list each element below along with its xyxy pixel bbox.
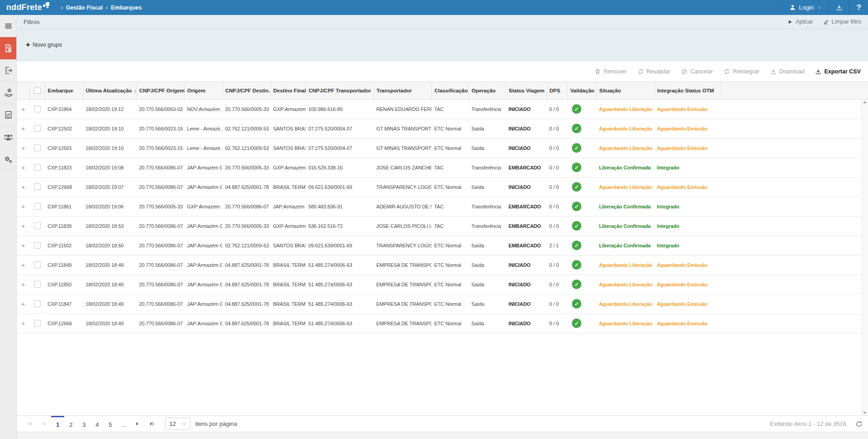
cell-text: JAP:Armazém G... [187, 223, 222, 229]
last-page-button[interactable] [144, 416, 159, 432]
cell-text: 09.621.639/0001-69 [308, 184, 352, 190]
expand-row-button[interactable]: + [21, 183, 25, 191]
revalidar-button[interactable]: Revalidar [638, 68, 671, 75]
column-header-integracao_otm[interactable]: Integração Status OTM [654, 82, 721, 99]
grid-vertical-scrollbar[interactable] [861, 100, 868, 415]
column-header-destino_final[interactable]: Destino Final [270, 82, 306, 99]
expand-row-button[interactable]: + [21, 300, 25, 308]
scroll-up-icon[interactable] [863, 101, 867, 103]
column-header-validacao[interactable]: Validação [567, 82, 596, 99]
page-size-select[interactable]: 12 [165, 418, 191, 430]
select-all-checkbox[interactable] [34, 87, 41, 94]
row-checkbox[interactable] [34, 145, 41, 151]
expand-row-button[interactable]: + [21, 261, 25, 269]
row-checkbox[interactable] [34, 106, 41, 112]
reintegrar-button[interactable]: Reintegrar [724, 68, 759, 75]
column-header-ultima_atualizacao[interactable]: Última Atualização↓ [83, 82, 136, 99]
exportar-csv-button[interactable]: Exportar CSV [815, 68, 861, 75]
sidebar-item-gestao-fiscal[interactable] [0, 37, 16, 59]
scroll-down-icon[interactable] [863, 412, 867, 414]
column-header-cnpj_destino[interactable]: CNPJ/CPF Destin... [222, 82, 270, 99]
column-header-operacao[interactable]: Operação [469, 82, 506, 99]
column-header-cnpj_transportador[interactable]: CNPJ/CPF Transportador [306, 82, 374, 99]
column-header-dps[interactable]: DPS [547, 82, 567, 99]
cell-integracao_otm: Aguardando Emissão [654, 255, 721, 275]
sidebar-item-expedicao[interactable] [0, 59, 16, 82]
expand-row-button[interactable]: + [21, 280, 25, 288]
row-checkbox[interactable] [34, 203, 41, 210]
chevron-down-icon [817, 5, 822, 10]
cell-operacao: Saída [469, 119, 506, 138]
column-header-status_viagem[interactable]: Status Viagem [506, 82, 547, 99]
help-button[interactable]: ? [849, 0, 868, 15]
page-button-5[interactable]: 5 [104, 416, 117, 432]
previous-page-icon [41, 421, 47, 427]
expand-row-button[interactable]: + [21, 164, 25, 171]
page-button-...[interactable]: ... [117, 416, 130, 432]
cell-text: Aguardando Liberação [599, 301, 652, 307]
column-header-classificacao[interactable]: Classificação [432, 82, 469, 99]
expand-row-button[interactable]: + [21, 125, 25, 132]
grid-body: +CXP.1186418/02/2020 19:1220.770.566/006… [17, 99, 868, 333]
cell-text: GXP:Armazém ... [273, 106, 306, 112]
cell-text: Aguardando Emissão [657, 282, 707, 287]
column-header-embarque[interactable]: Embarque [45, 82, 83, 99]
cell-text: Leme - Armazé... [187, 126, 222, 131]
apply-filter-button[interactable]: Aplicar [787, 19, 813, 25]
row-checkbox[interactable] [34, 261, 41, 268]
download-button[interactable]: Download [770, 68, 805, 75]
new-filter-group-button[interactable]: + Novo grupo [26, 41, 62, 48]
expand-row-button[interactable]: + [21, 241, 25, 249]
expand-row-button[interactable]: + [21, 144, 25, 152]
cell-text: TAC [434, 223, 444, 229]
page-button-2[interactable]: 2 [64, 416, 77, 432]
expand-row-button[interactable]: + [21, 222, 25, 230]
sidebar-item-menu[interactable] [0, 15, 16, 37]
cell-destino_final: JAP:Armazém G... [270, 197, 306, 216]
column-header-transportador[interactable]: Transportador [374, 82, 432, 99]
page-button-1[interactable]: 1 [51, 416, 64, 432]
breadcrumb-embarques[interactable]: Embarques [111, 5, 142, 11]
breadcrumb-gestao-fiscal[interactable]: Gestão Fiscal [66, 5, 103, 11]
row-checkbox[interactable] [34, 164, 41, 171]
row-checkbox[interactable] [34, 222, 41, 229]
cancelar-button[interactable]: Cancelar [681, 68, 713, 75]
clear-filter-button[interactable]: Limpar filtro [823, 19, 861, 25]
expand-row-button[interactable]: + [21, 203, 25, 210]
sidebar-item-pagamentos[interactable] [0, 82, 16, 104]
row-checkbox[interactable] [34, 125, 41, 132]
sidebar-item-usuarios[interactable] [0, 126, 16, 148]
downloads-button[interactable] [829, 0, 849, 15]
remover-button[interactable]: Remover [595, 68, 627, 75]
row-checkbox[interactable] [34, 183, 41, 190]
refresh-grid-button[interactable] [855, 420, 863, 428]
expand-row-button[interactable]: + [21, 105, 25, 113]
cell-text: 20.770.566/0023-15 [139, 145, 183, 151]
cell-situacao: Liberação Confirmada [596, 158, 654, 177]
column-header-cnpj_origem[interactable]: CNPJ/CPF Origem [136, 82, 184, 99]
cell-cnpj_origem: 20.770.566/0086-07 [136, 216, 184, 236]
login-menu[interactable]: Login [782, 0, 829, 15]
cell-text: SANTOS BRASI... [273, 243, 306, 248]
column-header-origem[interactable]: Origem [184, 82, 222, 99]
row-checkbox[interactable] [34, 320, 41, 327]
sidebar-item-configuracoes[interactable] [0, 148, 16, 170]
page-button-3[interactable]: 3 [77, 416, 91, 432]
next-page-button[interactable] [130, 416, 144, 432]
first-page-button[interactable] [22, 416, 37, 432]
row-checkbox[interactable] [34, 281, 41, 288]
column-header-situacao[interactable]: Situação [596, 82, 654, 99]
cell-cnpj_origem: 20.770.566/0086-07 [136, 294, 184, 314]
previous-page-button[interactable] [37, 416, 51, 432]
logo-squares-icon [43, 2, 49, 9]
page-button-4[interactable]: 4 [91, 416, 104, 432]
cell-text: CXP.12501 [48, 145, 72, 151]
expand-row-button[interactable]: + [21, 319, 25, 327]
row-checkbox[interactable] [34, 242, 41, 249]
export-doc-icon [4, 66, 13, 75]
cell-cnpj_transportador: 580.483.836-91 [306, 197, 374, 216]
cell-validacao: ✓ [567, 294, 596, 314]
row-checkbox[interactable] [34, 300, 41, 307]
breadcrumb-chevron-icon: › [61, 5, 63, 11]
sidebar-item-relatorios[interactable] [0, 104, 16, 126]
